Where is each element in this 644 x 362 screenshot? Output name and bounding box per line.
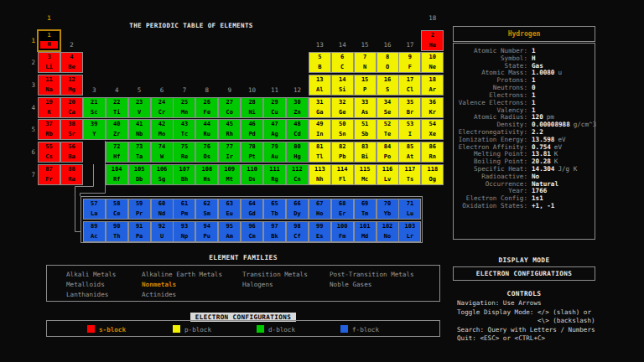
element-cell-Pb[interactable]: 82Pb	[331, 142, 354, 163]
element-cell-Mc[interactable]: 115Mc	[354, 164, 377, 185]
element-cell-Ds[interactable]: 110Ds	[241, 164, 263, 185]
element-cell-Rn[interactable]: 86Rn	[421, 142, 444, 163]
element-cell-Mo[interactable]: 42Mo	[151, 119, 174, 140]
element-cell-Ge[interactable]: 32Ge	[331, 97, 354, 118]
group-label-2: 2	[60, 41, 83, 49]
element-cell-Ni[interactable]: 28Ni	[241, 97, 263, 118]
element-cell-Lv[interactable]: 116Lv	[377, 164, 399, 185]
element-cell-S[interactable]: 16S	[377, 75, 399, 96]
element-cell-Pt[interactable]: 78Pt	[241, 142, 263, 163]
element-cell-Hf[interactable]: 72Hf	[106, 142, 128, 163]
element-cell-Co[interactable]: 27Co	[218, 97, 241, 118]
element-symbol: Co	[219, 109, 240, 116]
element-cell-Rh[interactable]: 45Rh	[218, 119, 241, 140]
element-cell-Zn[interactable]: 30Zn	[286, 97, 309, 118]
element-cell-Tc[interactable]: 43Tc	[173, 119, 195, 140]
element-symbol: Na	[39, 86, 60, 93]
element-cell-Se[interactable]: 34Se	[377, 97, 399, 118]
element-cell-Ru[interactable]: 44Ru	[195, 119, 218, 140]
element-cell-Rb[interactable]: 37Rb	[38, 119, 60, 140]
element-cell-Nh[interactable]: 113Nh	[309, 164, 331, 185]
element-cell-H[interactable]: 1H	[37, 29, 61, 52]
element-cell-K[interactable]: 19K	[38, 97, 60, 118]
element-cell-In[interactable]: 49In	[309, 119, 331, 140]
element-cell-Po[interactable]: 84Po	[377, 142, 399, 163]
element-cell-Cd[interactable]: 48Cd	[286, 119, 309, 140]
element-cell-Hg[interactable]: 80Hg	[286, 142, 309, 163]
element-cell-Tl[interactable]: 81Tl	[309, 142, 331, 163]
element-cell-B[interactable]: 5B	[309, 52, 331, 73]
element-cell-Cu[interactable]: 29Cu	[263, 97, 286, 118]
element-cell-Te[interactable]: 52Te	[377, 119, 399, 140]
atomic-number: 86	[422, 143, 443, 150]
element-cell-Ta[interactable]: 73Ta	[128, 142, 151, 163]
element-cell-Ir[interactable]: 77Ir	[218, 142, 241, 163]
element-cell-P[interactable]: 15P	[354, 75, 377, 96]
element-cell-Au[interactable]: 79Au	[263, 142, 286, 163]
element-cell-Sn[interactable]: 50Sn	[331, 119, 354, 140]
element-cell-Ag[interactable]: 47Ag	[263, 119, 286, 140]
element-cell-Kr[interactable]: 36Kr	[421, 97, 444, 118]
element-cell-O[interactable]: 8O	[377, 52, 399, 73]
element-cell-Pd[interactable]: 46Pd	[241, 119, 263, 140]
group-label-14: 14	[331, 41, 354, 49]
element-cell-Cr[interactable]: 24Cr	[151, 97, 174, 118]
element-cell-Cs[interactable]: 55Cs	[38, 142, 60, 163]
element-cell-V[interactable]: 23V	[128, 97, 151, 118]
element-cell-Sc[interactable]: 21Sc	[83, 97, 106, 118]
element-cell-Ar[interactable]: 18Ar	[421, 75, 444, 96]
element-cell-Ne[interactable]: 10Ne	[421, 52, 444, 73]
atomic-number: 31	[309, 99, 330, 106]
element-cell-Hs[interactable]: 108Hs	[195, 164, 218, 185]
element-cell-Mg[interactable]: 12Mg	[60, 75, 83, 96]
element-cell-Sg[interactable]: 106Sg	[151, 164, 174, 185]
element-cell-He[interactable]: 2He	[421, 30, 444, 51]
element-cell-Rg[interactable]: 111Rg	[263, 164, 286, 185]
element-cell-At[interactable]: 85At	[398, 142, 421, 163]
display-mode-selector[interactable]: ELECTRON CONFIGURATIONS	[453, 266, 595, 281]
element-cell-Og[interactable]: 118Og	[421, 164, 444, 185]
element-cell-Re[interactable]: 75Re	[173, 142, 195, 163]
atomic-number: 77	[219, 143, 240, 150]
element-cell-Mn[interactable]: 25Mn	[173, 97, 195, 118]
period-label-4: 4	[25, 104, 35, 111]
element-cell-Ti[interactable]: 22Ti	[106, 97, 128, 118]
element-cell-I[interactable]: 53I	[398, 119, 421, 140]
element-cell-Si[interactable]: 14Si	[331, 75, 354, 96]
element-cell-Na[interactable]: 11Na	[38, 75, 60, 96]
element-cell-N[interactable]: 7N	[354, 52, 377, 73]
element-cell-Db[interactable]: 105Db	[128, 164, 151, 185]
element-cell-Cl[interactable]: 17Cl	[398, 75, 421, 96]
element-cell-As[interactable]: 33As	[354, 97, 377, 118]
element-cell-Fr[interactable]: 87Fr	[38, 164, 60, 185]
element-cell-Br[interactable]: 35Br	[398, 97, 421, 118]
element-cell-Ra[interactable]: 88Ra	[60, 164, 83, 185]
element-cell-Sb[interactable]: 51Sb	[354, 119, 377, 140]
element-cell-Fe[interactable]: 26Fe	[195, 97, 218, 118]
element-cell-Ga[interactable]: 31Ga	[309, 97, 331, 118]
element-cell-Mt[interactable]: 109Mt	[218, 164, 241, 185]
element-cell-Fl[interactable]: 114Fl	[331, 164, 354, 185]
element-cell-F[interactable]: 9F	[398, 52, 421, 73]
element-cell-Cn[interactable]: 112Cn	[286, 164, 309, 185]
element-cell-Rf[interactable]: 104Rf	[106, 164, 128, 185]
element-cell-Li[interactable]: 3Li	[38, 52, 60, 73]
element-cell-Sr[interactable]: 38Sr	[60, 119, 83, 140]
element-cell-Bi[interactable]: 83Bi	[354, 142, 377, 163]
element-cell-Ca[interactable]: 20Ca	[60, 97, 83, 118]
family-label: Post-Transition Metals	[330, 271, 414, 278]
element-cell-Os[interactable]: 76Os	[195, 142, 218, 163]
element-cell-Al[interactable]: 13Al	[309, 75, 331, 96]
element-cell-Zr[interactable]: 40Zr	[106, 119, 128, 140]
element-cell-Y[interactable]: 39Y	[83, 119, 106, 140]
element-symbol: Rf	[106, 176, 127, 183]
element-cell-W[interactable]: 74W	[151, 142, 174, 163]
element-cell-C[interactable]: 6C	[331, 52, 354, 73]
element-cell-Ba[interactable]: 56Ba	[60, 142, 83, 163]
element-cell-Bh[interactable]: 107Bh	[173, 164, 195, 185]
element-symbol: Bh	[174, 176, 195, 183]
element-cell-Xe[interactable]: 54Xe	[421, 119, 444, 140]
element-cell-Be[interactable]: 4Be	[60, 52, 83, 73]
element-cell-Nb[interactable]: 41Nb	[128, 119, 151, 140]
element-cell-Ts[interactable]: 117Ts	[398, 164, 421, 185]
